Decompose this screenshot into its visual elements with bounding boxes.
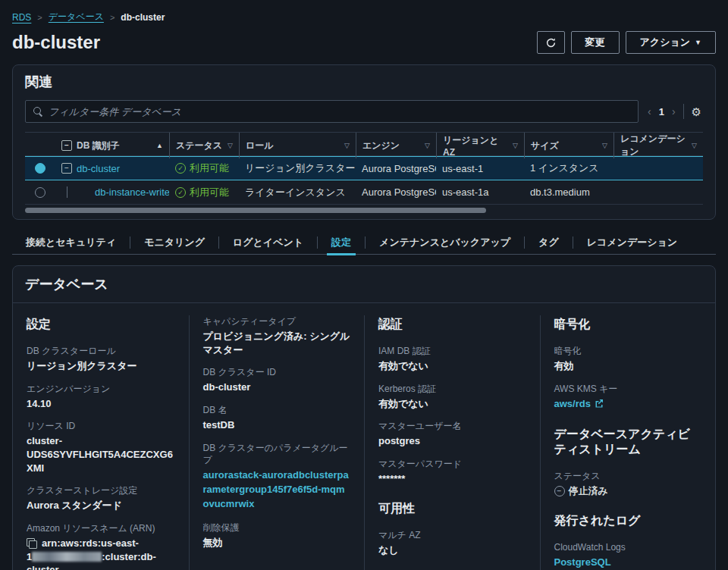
modify-button-label: 変更: [585, 36, 605, 49]
next-page-button[interactable]: ›: [672, 105, 676, 117]
column-label: ステータス: [176, 139, 222, 152]
sort-icon: ▽: [602, 142, 607, 149]
field-arn: Amazon リソースネーム (ARN) arn:aws:rds:us-east…: [27, 522, 175, 570]
horizontal-scrollbar: [25, 208, 703, 213]
column-settings: 設定 DB クラスターロール リージョン別クラスター エンジンバージョン 14.…: [13, 315, 189, 570]
db-cluster-link[interactable]: db-cluster: [77, 163, 120, 174]
column-header-role[interactable]: ロール ▽: [239, 133, 356, 158]
field-label: DB クラスターロール: [27, 345, 175, 357]
field-label: DB クラスターのパラメータグループ: [203, 442, 351, 466]
field-value: testDB: [203, 418, 351, 432]
tab-logs-events[interactable]: ログとイベント: [219, 230, 317, 255]
engine-cell: Aurora PostgreSQL: [356, 163, 436, 174]
field-multi-az: マルチ AZ なし: [378, 529, 526, 557]
tab-tags[interactable]: タグ: [525, 230, 573, 255]
column-header-size[interactable]: サイズ ▽: [524, 133, 613, 158]
db-identifier-cell: − db-cluster: [55, 163, 169, 174]
column-header-status[interactable]: ステータス ▽: [169, 133, 239, 158]
field-label: リソース ID: [27, 420, 175, 432]
field-label: CloudWatch Logs: [554, 541, 702, 553]
column-header-recommendation[interactable]: レコメンデーション ▽: [613, 133, 703, 158]
field-value: 有効でない: [378, 359, 526, 373]
field-label: クラスターストレージ設定: [27, 484, 175, 496]
cloudwatch-postgresql-link[interactable]: PostgreSQL: [554, 556, 611, 568]
field-label: DB 名: [203, 404, 351, 416]
column-header-engine[interactable]: エンジン ▽: [356, 133, 436, 158]
column-header-db-identifier[interactable]: − DB 識別子 ▲: [55, 133, 169, 158]
actions-menu-button[interactable]: アクション ▼: [626, 31, 716, 54]
modify-button[interactable]: 変更: [571, 31, 620, 54]
copy-icon[interactable]: [27, 538, 36, 548]
refresh-button[interactable]: [537, 31, 565, 54]
sort-icon: ▽: [692, 142, 697, 149]
collapse-row-icon[interactable]: −: [61, 163, 72, 174]
field-value: postgres: [378, 434, 526, 448]
field-label: AWS KMS キー: [554, 383, 702, 395]
field-cloudwatch-logs: CloudWatch Logs PostgreSQL: [554, 541, 702, 570]
tab-monitoring[interactable]: モニタリング: [130, 230, 218, 255]
field-value: Aurora スタンダード: [27, 499, 175, 512]
database-panel: データベース 設定 DB クラスターロール リージョン別クラスター エンジンバー…: [12, 265, 716, 570]
size-value: 1 インスタンス: [530, 161, 599, 175]
tab-configuration[interactable]: 設定: [318, 230, 365, 255]
breadcrumb-rds[interactable]: RDS: [12, 12, 31, 23]
scrollbar-thumb[interactable]: [25, 208, 486, 213]
prev-page-button[interactable]: ‹: [648, 105, 651, 117]
region-az-cell: us-east-1: [436, 163, 524, 174]
search-icon: [33, 107, 42, 116]
kms-key-link[interactable]: aws/rds: [554, 398, 591, 409]
column-header-region-az[interactable]: リージョンと AZ ▽: [436, 133, 524, 158]
tab-connectivity-security[interactable]: 接続とセキュリティ: [12, 230, 130, 255]
column-capacity: キャパシティータイプ プロビジョニング済み: シングルマスター DB クラスター…: [189, 315, 365, 570]
breadcrumb-separator-icon: >: [37, 13, 42, 22]
breadcrumb-databases[interactable]: データベース: [49, 11, 104, 23]
field-label: DB クラスター ID: [203, 366, 351, 378]
field-encryption: 暗号化 有効: [554, 345, 702, 373]
radio-selected[interactable]: [35, 163, 46, 174]
status-available: ✓ 利用可能: [175, 186, 229, 199]
field-activity-stream-status: ステータス − 停止済み: [554, 470, 702, 498]
column-label: リージョンと AZ: [443, 134, 508, 158]
field-cluster-role: DB クラスターロール リージョン別クラスター: [27, 345, 175, 373]
size-value: db.t3.medium: [530, 186, 590, 198]
actions-button-label: アクション: [640, 36, 691, 49]
radio-unselected[interactable]: [35, 187, 46, 198]
database-panel-title: データベース: [25, 275, 703, 293]
collapse-all-icon[interactable]: −: [61, 140, 72, 151]
field-value: cluster-UDS6SYVFLHGIT5A4CEZCXG6XMI: [27, 434, 175, 474]
status-cell: ✓ 利用可能: [169, 161, 239, 175]
field-value: 14.10: [27, 397, 175, 411]
field-label: IAM DB 認証: [378, 345, 526, 357]
breadcrumb-separator-icon: >: [110, 13, 115, 22]
column-label: ロール: [246, 139, 274, 152]
tree-connector: [67, 186, 85, 198]
sort-icon: ▽: [228, 142, 233, 149]
role-value: リージョン別クラスター: [245, 161, 355, 175]
db-instance-writer-link[interactable]: db-instance-writer: [95, 186, 169, 198]
tab-maintenance-backups[interactable]: メンテナンスとバックアップ: [366, 230, 524, 255]
filter-input[interactable]: [49, 106, 630, 117]
tab-recommendations[interactable]: レコメンデーション: [573, 230, 691, 255]
field-label: 削除保護: [203, 521, 351, 534]
column-label: エンジン: [362, 139, 400, 152]
page-number[interactable]: 1: [659, 106, 664, 117]
page-header: db-cluster 変更 アクション ▼: [0, 23, 728, 54]
settings-heading: 設定: [27, 317, 175, 333]
status-available: ✓ 利用可能: [175, 161, 229, 175]
detail-tabs: 接続とセキュリティ モニタリング ログとイベント 設定 メンテナンスとバックアッ…: [12, 230, 716, 255]
sort-ascending-icon: ▲: [156, 142, 163, 149]
parameter-group-link[interactable]: aurorastack-auroradbclusterparametergrou…: [203, 469, 349, 509]
external-link-icon: [595, 399, 604, 408]
field-value: db-cluster: [203, 381, 351, 394]
engine-cell: Aurora PostgreSQL: [356, 186, 436, 198]
toolbar-divider: [683, 104, 684, 119]
field-value: *******: [378, 472, 526, 486]
field-label: キャパシティータイプ: [203, 315, 351, 327]
settings-gear-icon[interactable]: ⚙: [692, 106, 701, 117]
sort-icon: ▽: [344, 142, 350, 149]
column-label: サイズ: [531, 139, 559, 152]
row-select-cell: [25, 187, 55, 198]
table-row-db-cluster: − db-cluster ✓ 利用可能 リージョン別クラスター Aurora P…: [25, 156, 703, 180]
status-label: 利用可能: [190, 161, 229, 175]
column-label: レコメンデーション: [620, 133, 687, 158]
